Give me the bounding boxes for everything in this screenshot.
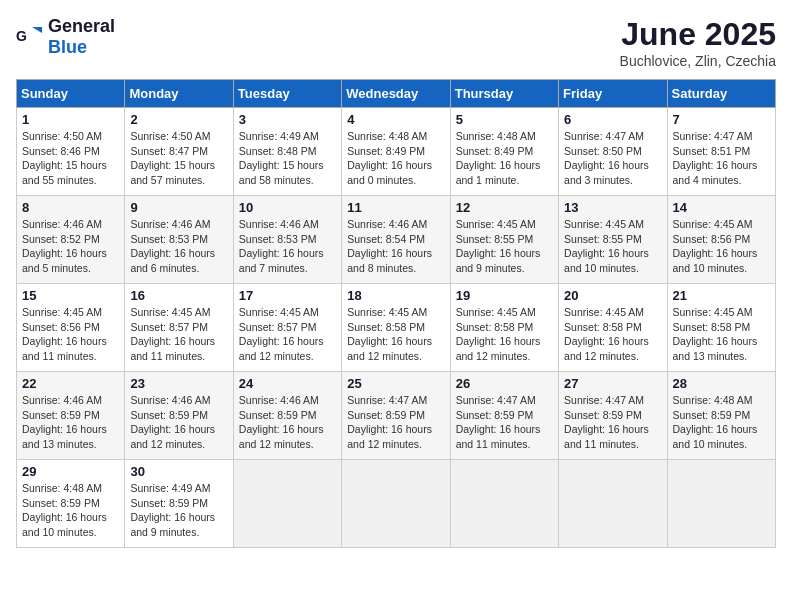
day-info: Sunrise: 4:48 AMSunset: 8:49 PMDaylight:…	[347, 129, 444, 188]
day-number: 13	[564, 200, 661, 215]
day-number: 20	[564, 288, 661, 303]
calendar-cell: 2Sunrise: 4:50 AMSunset: 8:47 PMDaylight…	[125, 108, 233, 196]
calendar-cell: 18Sunrise: 4:45 AMSunset: 8:58 PMDayligh…	[342, 284, 450, 372]
logo: G General Blue	[16, 16, 115, 58]
day-info: Sunrise: 4:48 AMSunset: 8:59 PMDaylight:…	[22, 481, 119, 540]
day-info: Sunrise: 4:47 AMSunset: 8:59 PMDaylight:…	[456, 393, 553, 452]
day-number: 28	[673, 376, 770, 391]
day-number: 9	[130, 200, 227, 215]
day-number: 5	[456, 112, 553, 127]
weekday-header: Tuesday	[233, 80, 341, 108]
calendar-cell: 22Sunrise: 4:46 AMSunset: 8:59 PMDayligh…	[17, 372, 125, 460]
day-info: Sunrise: 4:45 AMSunset: 8:56 PMDaylight:…	[22, 305, 119, 364]
calendar-cell: 1Sunrise: 4:50 AMSunset: 8:46 PMDaylight…	[17, 108, 125, 196]
day-info: Sunrise: 4:47 AMSunset: 8:51 PMDaylight:…	[673, 129, 770, 188]
calendar-cell: 9Sunrise: 4:46 AMSunset: 8:53 PMDaylight…	[125, 196, 233, 284]
day-number: 18	[347, 288, 444, 303]
day-info: Sunrise: 4:49 AMSunset: 8:48 PMDaylight:…	[239, 129, 336, 188]
day-info: Sunrise: 4:50 AMSunset: 8:46 PMDaylight:…	[22, 129, 119, 188]
calendar-cell	[233, 460, 341, 548]
calendar-cell: 8Sunrise: 4:46 AMSunset: 8:52 PMDaylight…	[17, 196, 125, 284]
calendar-week-row: 1Sunrise: 4:50 AMSunset: 8:46 PMDaylight…	[17, 108, 776, 196]
day-number: 23	[130, 376, 227, 391]
day-number: 1	[22, 112, 119, 127]
day-info: Sunrise: 4:45 AMSunset: 8:58 PMDaylight:…	[564, 305, 661, 364]
day-info: Sunrise: 4:46 AMSunset: 8:59 PMDaylight:…	[239, 393, 336, 452]
calendar-cell: 7Sunrise: 4:47 AMSunset: 8:51 PMDaylight…	[667, 108, 775, 196]
day-info: Sunrise: 4:47 AMSunset: 8:59 PMDaylight:…	[347, 393, 444, 452]
calendar-cell: 28Sunrise: 4:48 AMSunset: 8:59 PMDayligh…	[667, 372, 775, 460]
logo-icon: G	[16, 23, 44, 51]
logo-blue-text: Blue	[48, 37, 87, 57]
day-number: 27	[564, 376, 661, 391]
day-info: Sunrise: 4:46 AMSunset: 8:59 PMDaylight:…	[22, 393, 119, 452]
day-number: 25	[347, 376, 444, 391]
weekday-header: Thursday	[450, 80, 558, 108]
calendar-cell: 5Sunrise: 4:48 AMSunset: 8:49 PMDaylight…	[450, 108, 558, 196]
day-number: 8	[22, 200, 119, 215]
day-info: Sunrise: 4:48 AMSunset: 8:59 PMDaylight:…	[673, 393, 770, 452]
calendar-cell	[450, 460, 558, 548]
day-number: 26	[456, 376, 553, 391]
day-info: Sunrise: 4:45 AMSunset: 8:55 PMDaylight:…	[456, 217, 553, 276]
day-number: 29	[22, 464, 119, 479]
day-info: Sunrise: 4:48 AMSunset: 8:49 PMDaylight:…	[456, 129, 553, 188]
month-title: June 2025	[620, 16, 776, 53]
day-info: Sunrise: 4:46 AMSunset: 8:53 PMDaylight:…	[130, 217, 227, 276]
calendar-cell	[559, 460, 667, 548]
calendar-cell: 3Sunrise: 4:49 AMSunset: 8:48 PMDaylight…	[233, 108, 341, 196]
calendar-cell: 27Sunrise: 4:47 AMSunset: 8:59 PMDayligh…	[559, 372, 667, 460]
svg-marker-1	[32, 27, 42, 33]
day-number: 30	[130, 464, 227, 479]
day-info: Sunrise: 4:45 AMSunset: 8:58 PMDaylight:…	[347, 305, 444, 364]
weekday-header: Friday	[559, 80, 667, 108]
location: Buchlovice, Zlin, Czechia	[620, 53, 776, 69]
calendar-cell	[342, 460, 450, 548]
day-info: Sunrise: 4:45 AMSunset: 8:55 PMDaylight:…	[564, 217, 661, 276]
calendar-cell: 16Sunrise: 4:45 AMSunset: 8:57 PMDayligh…	[125, 284, 233, 372]
svg-text:G: G	[16, 28, 27, 44]
calendar-cell: 20Sunrise: 4:45 AMSunset: 8:58 PMDayligh…	[559, 284, 667, 372]
calendar-cell: 4Sunrise: 4:48 AMSunset: 8:49 PMDaylight…	[342, 108, 450, 196]
day-info: Sunrise: 4:50 AMSunset: 8:47 PMDaylight:…	[130, 129, 227, 188]
weekday-header: Monday	[125, 80, 233, 108]
day-number: 16	[130, 288, 227, 303]
day-number: 2	[130, 112, 227, 127]
day-info: Sunrise: 4:45 AMSunset: 8:58 PMDaylight:…	[673, 305, 770, 364]
day-number: 3	[239, 112, 336, 127]
day-info: Sunrise: 4:45 AMSunset: 8:57 PMDaylight:…	[239, 305, 336, 364]
day-number: 12	[456, 200, 553, 215]
day-number: 15	[22, 288, 119, 303]
calendar-week-row: 8Sunrise: 4:46 AMSunset: 8:52 PMDaylight…	[17, 196, 776, 284]
day-info: Sunrise: 4:46 AMSunset: 8:54 PMDaylight:…	[347, 217, 444, 276]
calendar-cell: 21Sunrise: 4:45 AMSunset: 8:58 PMDayligh…	[667, 284, 775, 372]
day-number: 21	[673, 288, 770, 303]
day-info: Sunrise: 4:47 AMSunset: 8:50 PMDaylight:…	[564, 129, 661, 188]
calendar-cell: 6Sunrise: 4:47 AMSunset: 8:50 PMDaylight…	[559, 108, 667, 196]
weekday-header: Saturday	[667, 80, 775, 108]
calendar-cell: 14Sunrise: 4:45 AMSunset: 8:56 PMDayligh…	[667, 196, 775, 284]
calendar-cell: 25Sunrise: 4:47 AMSunset: 8:59 PMDayligh…	[342, 372, 450, 460]
day-number: 4	[347, 112, 444, 127]
logo-general-text: General	[48, 16, 115, 36]
day-info: Sunrise: 4:45 AMSunset: 8:58 PMDaylight:…	[456, 305, 553, 364]
day-number: 24	[239, 376, 336, 391]
calendar-cell: 19Sunrise: 4:45 AMSunset: 8:58 PMDayligh…	[450, 284, 558, 372]
calendar-cell: 26Sunrise: 4:47 AMSunset: 8:59 PMDayligh…	[450, 372, 558, 460]
calendar-cell: 29Sunrise: 4:48 AMSunset: 8:59 PMDayligh…	[17, 460, 125, 548]
calendar-cell: 12Sunrise: 4:45 AMSunset: 8:55 PMDayligh…	[450, 196, 558, 284]
calendar-week-row: 22Sunrise: 4:46 AMSunset: 8:59 PMDayligh…	[17, 372, 776, 460]
header: G General Blue June 2025 Buchlovice, Zli…	[16, 16, 776, 69]
calendar-cell	[667, 460, 775, 548]
day-info: Sunrise: 4:46 AMSunset: 8:52 PMDaylight:…	[22, 217, 119, 276]
weekday-header: Wednesday	[342, 80, 450, 108]
calendar-week-row: 29Sunrise: 4:48 AMSunset: 8:59 PMDayligh…	[17, 460, 776, 548]
day-number: 22	[22, 376, 119, 391]
day-info: Sunrise: 4:46 AMSunset: 8:59 PMDaylight:…	[130, 393, 227, 452]
day-number: 7	[673, 112, 770, 127]
weekday-header: Sunday	[17, 80, 125, 108]
day-info: Sunrise: 4:47 AMSunset: 8:59 PMDaylight:…	[564, 393, 661, 452]
calendar-cell: 15Sunrise: 4:45 AMSunset: 8:56 PMDayligh…	[17, 284, 125, 372]
day-info: Sunrise: 4:45 AMSunset: 8:56 PMDaylight:…	[673, 217, 770, 276]
day-number: 10	[239, 200, 336, 215]
